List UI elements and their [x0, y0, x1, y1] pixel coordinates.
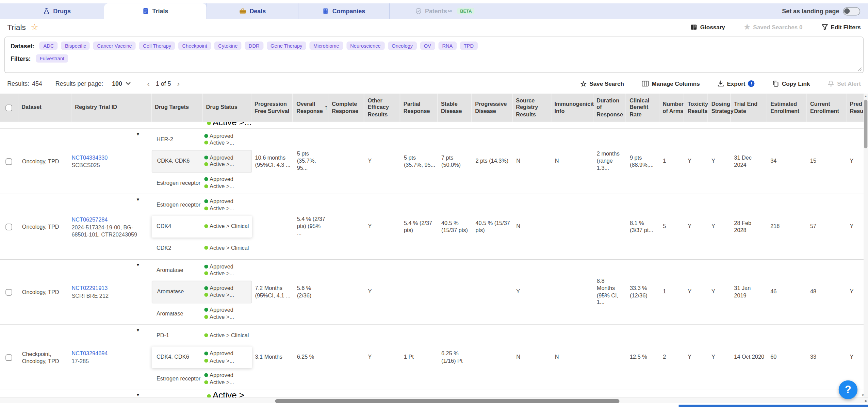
column-header-status[interactable]: Drug Status — [203, 94, 251, 122]
trial-id-link[interactable]: NCT03294694 — [71, 350, 145, 357]
dataset-chip[interactable]: Cytokine — [214, 42, 242, 50]
column-header-pfs[interactable]: Progression Free Survival — [251, 94, 293, 122]
saved-searches-button[interactable]: ★ Saved Searches 0 — [744, 23, 802, 31]
collapse-caret-icon[interactable]: ▾ — [137, 327, 139, 332]
horizontal-scrollbar[interactable]: ▶ — [0, 397, 868, 403]
row-checkbox[interactable] — [6, 289, 13, 295]
drug-status-cell: Active > Clinical — [204, 245, 252, 251]
cell-oer: Y — [365, 129, 400, 194]
column-header-cbr[interactable]: Clinical Benefit Rate — [626, 94, 659, 122]
filter-chip[interactable]: Fulvestrant — [36, 54, 68, 62]
collapse-caret-icon[interactable]: ▾ — [137, 262, 139, 267]
cell-tox: Y — [684, 325, 708, 390]
cell-value: Y — [688, 223, 691, 230]
dataset-chip[interactable]: Gene Therapy — [267, 42, 306, 50]
select-all-checkbox[interactable] — [5, 104, 12, 111]
collapse-caret-icon[interactable]: ▾ — [137, 197, 139, 202]
column-header-trial[interactable]: Registry Trial ID — [71, 94, 151, 122]
column-header-pr[interactable]: Partial Response — [400, 94, 438, 122]
set-alert-button[interactable]: Set Alert — [828, 80, 861, 87]
help-button[interactable]: ? — [839, 380, 857, 399]
column-header-targets[interactable]: Drug Targets — [151, 94, 203, 122]
tab-trials[interactable]: Trials — [104, 3, 207, 19]
dataset-chip[interactable]: Cell Therapy — [139, 42, 175, 50]
cell-pd — [472, 260, 513, 324]
dataset-chip[interactable]: Oncology — [388, 42, 417, 50]
sort-ascending-icon[interactable]: ↑ — [325, 104, 328, 112]
dataset-chip[interactable]: Checkpoint — [178, 42, 211, 50]
export-button[interactable]: Export ! — [718, 80, 755, 87]
landing-page-toggle[interactable] — [843, 7, 860, 15]
drug-status-cell: ApprovedActive >... — [203, 372, 252, 386]
tab-patents[interactable]: PatentsML BETA — [389, 3, 500, 19]
column-header-srr[interactable]: Source Registry Results — [512, 94, 551, 122]
cell-dosing: Y — [708, 129, 731, 194]
edit-filters-button[interactable]: Edit Filters — [821, 23, 861, 30]
cell-value: 48 — [810, 289, 816, 296]
dataset-chip[interactable]: Microbiome — [310, 42, 343, 50]
vertical-scrollbar[interactable]: ▲ — [864, 94, 868, 397]
drug-status-cell: Active > Clinical — [204, 332, 252, 339]
drug-target-cell: Aromatase — [152, 289, 203, 295]
column-header-dataset[interactable]: Dataset — [18, 94, 71, 122]
next-page-button[interactable]: › — [177, 81, 180, 86]
glossary-button[interactable]: Glossary — [690, 23, 725, 30]
manage-columns-button[interactable]: Manage Columns — [642, 80, 700, 87]
vertical-scroll-thumb[interactable] — [864, 100, 868, 148]
cell-value: 5.4 % (2/37 pts) — [404, 219, 435, 234]
column-header-check[interactable] — [0, 94, 18, 122]
column-header-sd[interactable]: Stable Disease — [438, 94, 472, 122]
scroll-up-arrow-icon[interactable]: ▲ — [864, 94, 868, 98]
drug-status-cell: ApprovedActive >... — [204, 176, 252, 190]
row-checkbox[interactable] — [6, 354, 13, 361]
column-header-cur[interactable]: Current Enrollment — [807, 94, 847, 122]
column-header-cr[interactable]: Complete Response — [329, 94, 364, 122]
cell-imm — [552, 260, 593, 324]
horizontal-scroll-thumb[interactable] — [275, 399, 620, 403]
column-header-dor[interactable]: Duration of Response — [593, 94, 626, 122]
tab-companies[interactable]: Companies — [298, 3, 389, 19]
trial-id-link[interactable]: NCT06257284 — [71, 216, 145, 223]
column-header-end[interactable]: Trial End Date — [731, 94, 767, 122]
cell-end: 31 Jan 2019 — [731, 260, 767, 324]
panel-resize-handle[interactable] — [857, 67, 862, 71]
tab-drugs[interactable]: Drugs — [10, 3, 104, 19]
scroll-right-arrow-icon[interactable]: ▶ — [865, 398, 868, 402]
column-header-dosing[interactable]: Dosing Strategy — [708, 94, 731, 122]
cell-value: Y — [688, 354, 691, 361]
saved-searches-label: Saved Searches 0 — [753, 23, 802, 30]
target-subrow: Estrogen receptorApprovedActive >... — [151, 194, 251, 216]
dataset-cell: Oncology, TPD — [18, 260, 71, 324]
save-search-button[interactable]: ☆ Save Search — [580, 79, 624, 87]
row-checkbox[interactable] — [6, 158, 13, 165]
column-header-tox[interactable]: Toxicity Results — [684, 94, 708, 122]
dataset-chip[interactable]: OV — [420, 42, 435, 50]
cell-pfs: 3.1 Months — [252, 325, 294, 390]
cell-value: Y — [368, 289, 372, 296]
trial-id-link[interactable]: NCT02291913 — [71, 284, 145, 292]
dataset-chip[interactable]: Bispecific — [61, 42, 90, 50]
dataset-chip[interactable]: TPD — [460, 42, 477, 50]
column-header-oer[interactable]: Other Efficacy Results — [364, 94, 400, 122]
column-header-imm[interactable]: Immunogenicit Info — [551, 94, 593, 122]
per-page-select[interactable]: 100 — [112, 80, 130, 87]
trial-id-link[interactable]: NCT04334330 — [71, 154, 145, 161]
dataset-chip[interactable]: ADC — [39, 42, 58, 50]
prev-page-button[interactable]: ‹ — [147, 81, 150, 86]
cell-value: 3.1 Months — [255, 354, 283, 361]
column-header-est[interactable]: Estimated Enrollment — [767, 94, 807, 122]
tab-deals[interactable]: Deals — [207, 3, 298, 19]
favorite-star-icon[interactable]: ☆ — [31, 22, 38, 32]
cell-est: 34 — [767, 129, 807, 194]
dataset-chip[interactable]: Cancer Vaccine — [93, 42, 136, 50]
row-checkbox[interactable] — [6, 223, 13, 230]
column-header-arms[interactable]: Number of Arms — [659, 94, 684, 122]
dataset-chip[interactable]: DDR — [245, 42, 263, 50]
collapse-caret-icon[interactable]: ▾ — [137, 131, 139, 137]
dataset-chip[interactable]: RNA — [438, 42, 457, 50]
collapse-caret-icon[interactable]: ▾ — [137, 392, 139, 397]
column-header-pd[interactable]: Progressive Disease — [472, 94, 513, 122]
copy-link-button[interactable]: Copy Link — [772, 80, 810, 87]
dataset-chip[interactable]: Neuroscience — [346, 42, 384, 50]
column-header-or[interactable]: Overall Response↑ — [293, 94, 328, 122]
